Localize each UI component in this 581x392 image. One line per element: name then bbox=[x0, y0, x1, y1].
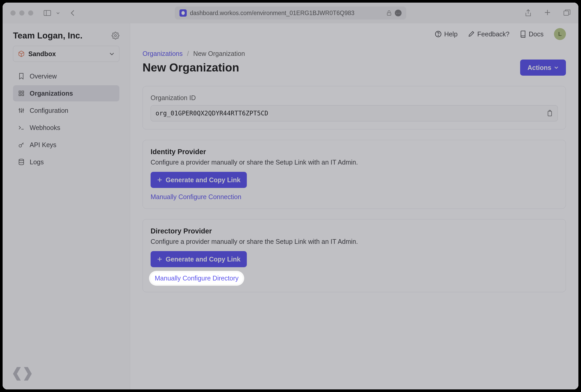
org-id-field bbox=[151, 105, 558, 121]
directory-desc: Configure a provider manually or share t… bbox=[151, 238, 558, 245]
svg-point-23 bbox=[19, 159, 24, 161]
svg-marker-2 bbox=[182, 11, 185, 15]
docs-link[interactable]: Docs bbox=[520, 30, 544, 38]
chevron-down-icon bbox=[109, 52, 114, 56]
top-nav: Help Feedback? Docs L bbox=[130, 23, 578, 45]
breadcrumb-separator: / bbox=[187, 50, 189, 57]
svg-rect-10 bbox=[22, 91, 24, 93]
minimize-window-button[interactable] bbox=[19, 10, 24, 16]
grid-icon bbox=[18, 90, 25, 96]
svg-marker-24 bbox=[13, 367, 21, 381]
sliders-icon bbox=[18, 107, 25, 114]
environment-name: Sandbox bbox=[28, 50, 106, 58]
sidebar-item-logs[interactable]: Logs bbox=[13, 154, 119, 170]
feedback-link[interactable]: Feedback? bbox=[468, 30, 509, 38]
svg-rect-6 bbox=[564, 11, 569, 15]
identity-provider-card: Identity Provider Configure a provider m… bbox=[143, 140, 566, 209]
tabs-icon[interactable] bbox=[563, 9, 571, 17]
key-icon bbox=[18, 142, 25, 148]
settings-gear-icon[interactable] bbox=[112, 32, 119, 40]
svg-point-27 bbox=[438, 35, 438, 36]
lock-icon bbox=[386, 10, 392, 16]
sidebar-item-configuration[interactable]: Configuration bbox=[13, 102, 119, 119]
sidebar: Team Logan, Inc. Sandbox Overview bbox=[3, 23, 130, 389]
identity-manual-link[interactable]: Manually Configure Connection bbox=[151, 193, 241, 201]
svg-rect-12 bbox=[22, 94, 24, 96]
svg-rect-11 bbox=[19, 94, 21, 96]
svg-point-16 bbox=[19, 109, 20, 110]
directory-generate-button[interactable]: Generate and Copy Link bbox=[151, 251, 247, 267]
svg-rect-28 bbox=[548, 111, 552, 116]
terminal-icon bbox=[18, 125, 25, 130]
svg-line-22 bbox=[23, 143, 23, 144]
svg-rect-9 bbox=[19, 91, 21, 93]
bookmark-icon bbox=[18, 73, 25, 80]
traffic-lights bbox=[10, 10, 33, 16]
chevron-down-icon bbox=[554, 66, 559, 69]
site-favicon bbox=[179, 9, 187, 17]
org-id-input[interactable] bbox=[156, 110, 547, 117]
nav-label: Configuration bbox=[30, 107, 68, 114]
directory-title: Directory Provider bbox=[151, 227, 558, 235]
environment-selector[interactable]: Sandbox bbox=[13, 46, 119, 62]
maximize-window-button[interactable] bbox=[28, 10, 33, 16]
svg-point-7 bbox=[114, 35, 117, 37]
directory-manual-link[interactable]: Manually Configure Directory bbox=[151, 272, 243, 284]
breadcrumb-current: New Organization bbox=[193, 50, 245, 57]
directory-generate-label: Generate and Copy Link bbox=[166, 256, 241, 263]
docs-label: Docs bbox=[529, 30, 544, 38]
browser-titlebar: dashboard.workos.com/environment_01ERG1B… bbox=[3, 3, 578, 23]
identity-generate-button[interactable]: Generate and Copy Link bbox=[151, 172, 247, 188]
svg-rect-0 bbox=[44, 10, 51, 16]
identity-title: Identity Provider bbox=[151, 148, 558, 156]
help-label: Help bbox=[444, 30, 457, 38]
database-icon bbox=[18, 159, 25, 165]
plus-icon bbox=[157, 256, 163, 262]
share-icon[interactable] bbox=[525, 9, 532, 17]
close-window-button[interactable] bbox=[10, 10, 16, 16]
sidebar-item-api-keys[interactable]: API Keys bbox=[13, 137, 119, 153]
nav-label: Webhooks bbox=[30, 124, 60, 132]
help-link[interactable]: Help bbox=[435, 30, 457, 38]
copy-icon[interactable] bbox=[547, 110, 553, 117]
breadcrumb-root[interactable]: Organizations bbox=[143, 50, 183, 57]
org-id-card: Organization ID bbox=[143, 86, 566, 129]
sidebar-item-organizations[interactable]: Organizations bbox=[13, 85, 119, 101]
org-id-label: Organization ID bbox=[151, 94, 558, 102]
nav-label: API Keys bbox=[30, 141, 56, 149]
nav-label: Logs bbox=[30, 158, 44, 166]
actions-button[interactable]: Actions bbox=[520, 60, 566, 76]
sidebar-toggle-icon[interactable] bbox=[44, 10, 51, 16]
more-icon[interactable]: ⋯ bbox=[395, 10, 402, 16]
nav-label: Overview bbox=[30, 73, 57, 80]
url-bar[interactable]: dashboard.workos.com/environment_01ERG1B… bbox=[175, 6, 406, 19]
cube-icon bbox=[18, 50, 25, 57]
identity-desc: Configure a provider manually or share t… bbox=[151, 159, 558, 166]
nav-label: Organizations bbox=[30, 90, 73, 97]
avatar-initial: L bbox=[558, 31, 561, 37]
team-name: Team Logan, Inc. bbox=[13, 31, 82, 41]
actions-label: Actions bbox=[527, 64, 551, 71]
url-text: dashboard.workos.com/environment_01ERG1B… bbox=[190, 10, 383, 17]
identity-generate-label: Generate and Copy Link bbox=[166, 176, 241, 184]
svg-point-18 bbox=[23, 109, 24, 110]
svg-point-17 bbox=[21, 111, 22, 112]
sidebar-item-overview[interactable]: Overview bbox=[13, 68, 119, 84]
workos-logo bbox=[13, 366, 32, 382]
page-title: New Organization bbox=[143, 61, 239, 74]
back-button[interactable] bbox=[70, 9, 75, 17]
sidebar-item-webhooks[interactable]: Webhooks bbox=[13, 120, 119, 136]
breadcrumb: Organizations / New Organization bbox=[143, 50, 566, 57]
new-tab-icon[interactable] bbox=[544, 9, 551, 17]
feedback-label: Feedback? bbox=[477, 30, 509, 38]
main-content: Help Feedback? Docs L Organizations / bbox=[130, 23, 578, 389]
user-avatar[interactable]: L bbox=[554, 28, 566, 40]
svg-rect-3 bbox=[387, 13, 391, 15]
tab-dropdown-icon[interactable] bbox=[56, 12, 60, 14]
plus-icon bbox=[157, 177, 163, 183]
svg-marker-25 bbox=[24, 367, 32, 381]
directory-provider-card: Directory Provider Configure a provider … bbox=[143, 219, 566, 292]
